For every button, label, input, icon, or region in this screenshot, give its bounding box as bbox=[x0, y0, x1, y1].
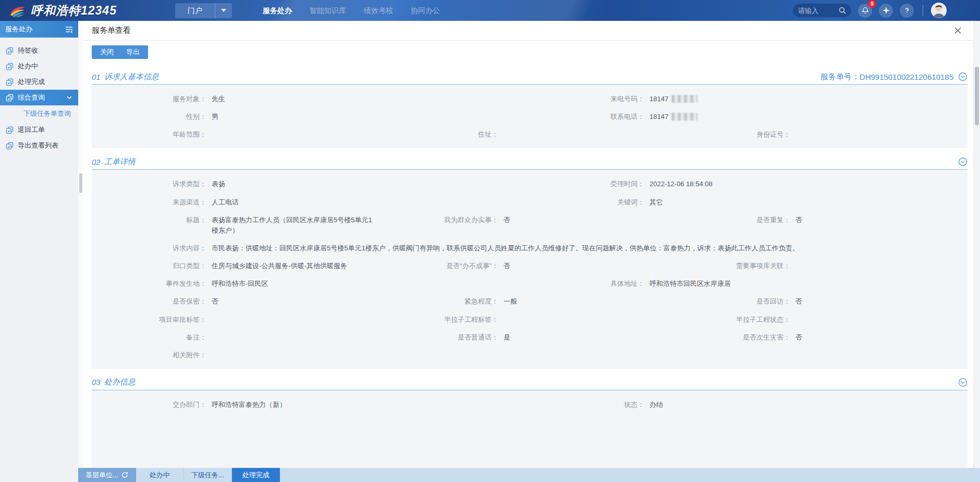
user-avatar[interactable] bbox=[931, 3, 947, 18]
field-row: 性别：男联系电话：18147 bbox=[92, 108, 967, 126]
field-value: 否 bbox=[504, 215, 676, 225]
nav-item-2[interactable]: 智能知识库 bbox=[310, 0, 346, 21]
page-title: 服务单查看 bbox=[92, 26, 131, 35]
toolbar: 关闭 导出 bbox=[78, 41, 980, 62]
chevron-down-icon bbox=[66, 94, 72, 101]
sidebar-subitem-1[interactable]: 下级任务单查询 bbox=[0, 105, 78, 122]
section-03: 03处办信息交办部门：呼和浩特富泰热力（新）状态：办结 bbox=[92, 375, 967, 468]
bottom-tab-1[interactable]: 基层单位... bbox=[78, 468, 136, 482]
field-label: 来源渠道： bbox=[92, 197, 212, 208]
sidebar-item-1[interactable]: 待签收 bbox=[0, 43, 78, 58]
field-cell: 年龄范围： bbox=[92, 126, 384, 143]
search-input[interactable] bbox=[798, 7, 839, 15]
sidebar-scrollbar[interactable] bbox=[78, 21, 83, 468]
global-search[interactable] bbox=[793, 4, 851, 17]
field-label: 住址： bbox=[384, 129, 504, 140]
sidebar-item-2[interactable]: 处办中 bbox=[0, 58, 78, 74]
field-value: 呼和浩特市-回民区 bbox=[212, 279, 530, 289]
sidebar-item-3[interactable]: 处理完成 bbox=[0, 74, 78, 90]
bottom-tab-2[interactable]: 处办中 bbox=[136, 468, 184, 482]
field-value: 住房与城乡建设-公共服务-供暖-其他供暖服务 bbox=[212, 261, 384, 271]
field-cell: 标题：表扬富泰热力工作人员（回民区水岸康居5号楼5单元1楼东户） bbox=[92, 211, 384, 239]
field-label: 是否回访： bbox=[676, 296, 795, 307]
help-button[interactable] bbox=[900, 4, 914, 18]
field-cell: 具体地址：呼和浩特市回民区水岸康居 bbox=[530, 275, 967, 293]
field-value: 市民表扬：供暖地址：回民区水岸康居5号楼5单元1楼东户，供暖阀门有异响，联系供暖… bbox=[212, 243, 967, 254]
field-label: 我为群众办实事： bbox=[384, 215, 504, 225]
export-button[interactable]: 导出 bbox=[120, 45, 146, 59]
section-number: 02 bbox=[92, 158, 101, 166]
field-label: 归口类型： bbox=[92, 261, 212, 271]
bottom-tab-4[interactable]: 处理完成 bbox=[232, 468, 280, 482]
field-value: 2022-12-06 18:54:08 bbox=[650, 179, 967, 189]
field-cell: 来源渠道：人工电话 bbox=[92, 194, 530, 211]
field-cell: 事件发生地：呼和浩特市-回民区 bbox=[92, 275, 530, 293]
sidebar-item-label: 处办中 bbox=[18, 62, 38, 71]
field-label: 项目审批标签： bbox=[92, 315, 212, 325]
field-label: 备注： bbox=[92, 332, 212, 343]
refresh-icon[interactable] bbox=[121, 472, 128, 478]
section-collapse-icon[interactable] bbox=[958, 157, 967, 166]
field-label: 是否次生灾害： bbox=[676, 332, 795, 343]
field-cell: 来电号码：18147 bbox=[530, 90, 967, 108]
notifications-button[interactable]: 9 bbox=[858, 4, 872, 18]
field-row: 事件发生地：呼和浩特市-回民区具体地址：呼和浩特市回民区水岸康居 bbox=[92, 275, 967, 293]
scrollbar-thumb[interactable] bbox=[79, 173, 82, 193]
sidebar-item-label: 待签收 bbox=[18, 46, 38, 55]
field-cell: 相关附件： bbox=[92, 346, 967, 364]
sidebar-item-5[interactable]: 退回工单 bbox=[0, 122, 78, 138]
nav-item-3[interactable]: 绩效考核 bbox=[364, 0, 393, 21]
main-scrollbar[interactable] bbox=[973, 21, 980, 468]
field-label: 联系电话： bbox=[530, 112, 650, 122]
section-02-body: 诉求类型：表扬受理时间：2022-12-06 18:54:08来源渠道：人工电话… bbox=[92, 171, 967, 369]
sidebar-item-label: 综合查询 bbox=[18, 93, 45, 102]
field-label: 身份证号： bbox=[676, 129, 795, 140]
sidebar-item-4[interactable]: 综合查询 bbox=[0, 90, 78, 105]
field-cell: 我为群众办实事：否 bbox=[384, 211, 676, 239]
section-03-body: 交办部门：呼和浩特富泰热力（新）状态：办结 bbox=[92, 391, 967, 468]
field-row: 备注：是否普通话：是是否次生灾害：否 bbox=[92, 329, 967, 346]
field-label: 关键词： bbox=[530, 197, 650, 208]
sidebar-collapse-button[interactable] bbox=[65, 26, 73, 33]
field-cell: 是否保密：否 bbox=[92, 293, 384, 310]
close-button[interactable]: 关闭 bbox=[94, 45, 120, 59]
section-01: 01诉求人基本信息服务单号：DH9915010022120610185服务对象：… bbox=[92, 69, 967, 148]
search-icon[interactable] bbox=[839, 7, 846, 14]
navbar-right-group: 9 bbox=[793, 3, 980, 18]
nav-item-4[interactable]: 协同办公 bbox=[411, 0, 440, 21]
field-cell: 是否重复：否 bbox=[676, 211, 967, 239]
field-cell: 受理时间：2022-12-06 18:54:08 bbox=[530, 175, 967, 193]
close-page-button[interactable] bbox=[954, 27, 961, 34]
sidebar-item-6[interactable]: 导出查看列表 bbox=[0, 138, 78, 153]
avatar-image bbox=[931, 3, 947, 18]
section-collapse-icon[interactable] bbox=[958, 72, 967, 81]
field-value: 一般 bbox=[504, 296, 676, 307]
redacted-phone-digits bbox=[671, 95, 697, 103]
worksheet-icon bbox=[6, 63, 14, 70]
page-title-bar: 服务单查看 bbox=[78, 21, 980, 41]
field-cell: 是否普通话：是 bbox=[384, 329, 676, 346]
section-collapse-icon[interactable] bbox=[958, 378, 967, 387]
section-number: 01 bbox=[92, 73, 101, 81]
field-row: 交办部门：呼和浩特富泰热力（新）状态：办结 bbox=[92, 396, 967, 414]
nav-item-1[interactable]: 服务处办 bbox=[263, 0, 292, 21]
field-value: 否 bbox=[795, 332, 967, 343]
chevron-down-icon[interactable] bbox=[215, 9, 232, 12]
worksheet-icon bbox=[6, 94, 14, 102]
scrollbar-thumb[interactable] bbox=[975, 67, 979, 125]
navigation-compass-button[interactable] bbox=[879, 4, 893, 18]
field-label: 状态： bbox=[530, 400, 650, 410]
tab-label: 处理完成 bbox=[242, 471, 270, 480]
sidebar-item-label: 处理完成 bbox=[18, 77, 45, 87]
field-label: 是否普通话： bbox=[384, 332, 504, 343]
sidebar-item-label: 退回工单 bbox=[18, 125, 45, 135]
bottom-tab-3[interactable]: 下级任务... bbox=[184, 468, 232, 482]
field-cell: 半拉子工程标签： bbox=[384, 311, 676, 329]
portal-menu-button[interactable]: 门户 bbox=[175, 3, 232, 18]
field-label: 事件发生地： bbox=[92, 279, 212, 289]
field-value: 表扬 bbox=[212, 179, 530, 189]
field-label: 是否重复： bbox=[676, 215, 795, 225]
bottom-tab-bar: 基层单位...处办中下级任务...处理完成 bbox=[78, 468, 980, 482]
field-value: 否 bbox=[504, 261, 676, 271]
navbar-divider bbox=[923, 5, 923, 16]
